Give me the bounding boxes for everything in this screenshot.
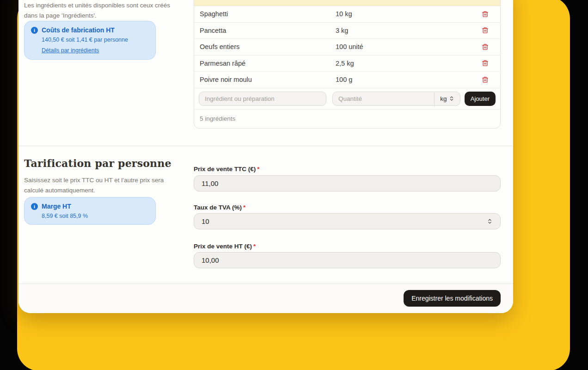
vat-rate-value: 10 <box>202 217 209 225</box>
section-divider <box>18 146 513 146</box>
ingredient-quantity: 10 kg <box>336 10 352 18</box>
fabrication-costs-box: i Coûts de fabrication HT 140,50 € soit … <box>24 21 156 60</box>
table-row: Parmesan râpé 2,5 kg <box>194 56 500 72</box>
page: Les ingrédients et unités disponibles so… <box>0 0 588 370</box>
costs-details-link[interactable]: Détails par ingrédients <box>42 47 99 54</box>
ingredient-name: Poivre noir moulu <box>200 76 252 83</box>
costs-box-title: Coûts de fabrication HT <box>42 26 115 34</box>
vat-rate-label: Taux de TVA (%)* <box>194 204 245 211</box>
delete-ingredient-button[interactable] <box>481 59 489 68</box>
margin-box-title: Marge HT <box>42 203 71 210</box>
quantity-input[interactable] <box>333 92 434 105</box>
required-mark: * <box>257 166 259 173</box>
delete-ingredient-button[interactable] <box>481 26 489 35</box>
price-ht-input[interactable] <box>194 252 501 268</box>
unit-select-value: kg <box>440 95 447 102</box>
ingredients-table: Spaghetti 10 kg Pancetta 3 kg Oeufs enti… <box>194 0 501 129</box>
delete-ingredient-button[interactable] <box>481 43 489 51</box>
trash-icon <box>482 43 489 50</box>
label-text: Prix de vente TTC (€) <box>194 166 256 173</box>
label-text: Prix de vente HT (€) <box>194 243 252 250</box>
margin-box-detail: 8,59 € soit 85,9 % <box>42 213 149 219</box>
ingredient-search-input[interactable] <box>199 92 326 106</box>
ingredient-name: Pancetta <box>200 27 226 34</box>
add-ingredient-button[interactable]: Ajouter <box>465 92 496 106</box>
price-ttc-input[interactable] <box>194 175 501 191</box>
required-mark: * <box>243 204 245 211</box>
unit-select[interactable]: kg <box>434 92 460 105</box>
delete-ingredient-button[interactable] <box>481 75 489 84</box>
table-row: Spaghetti 10 kg <box>194 6 500 23</box>
price-ht-label: Prix de vente HT (€)* <box>194 243 256 250</box>
recipe-form-card: Les ingrédients et unités disponibles so… <box>18 0 513 313</box>
pricing-section-title: Tarification par personne <box>24 157 172 169</box>
add-ingredient-row: kg Ajouter <box>194 88 500 110</box>
price-ttc-label: Prix de vente TTC (€)* <box>194 166 260 173</box>
required-mark: * <box>253 243 256 250</box>
ingredient-quantity: 3 kg <box>336 27 348 34</box>
table-row: Poivre noir moulu 100 g <box>194 72 500 88</box>
highlighted-row-partial <box>194 0 500 6</box>
ingredient-quantity: 100 g <box>336 76 352 83</box>
costs-box-detail: 140,50 € soit 1,41 € par personne <box>42 37 149 43</box>
vat-rate-select[interactable]: 10 <box>194 213 501 229</box>
delete-ingredient-button[interactable] <box>481 10 489 18</box>
ingredient-name: Parmesan râpé <box>200 60 245 67</box>
save-button[interactable]: Enregistrer les modifications <box>404 290 501 307</box>
info-icon: i <box>31 203 38 210</box>
table-row: Pancetta 3 kg <box>194 23 500 39</box>
info-icon: i <box>31 27 38 34</box>
ingredient-name: Spaghetti <box>200 10 228 18</box>
quantity-group: kg <box>332 92 460 106</box>
margin-box: i Marge HT 8,59 € soit 85,9 % <box>24 197 156 225</box>
label-text: Taux de TVA (%) <box>194 204 242 211</box>
pricing-help-text: Saisissez soit le prix TTC ou HT et l'au… <box>24 175 165 195</box>
chevron-up-down-icon <box>449 96 454 101</box>
ingredient-name: Oeufs entiers <box>200 43 239 50</box>
ingredients-count: 5 ingrédients <box>194 110 500 129</box>
trash-icon <box>482 60 489 67</box>
ingredients-help-text: Les ingrédients et unités disponibles so… <box>24 0 173 20</box>
ingredient-quantity: 100 unité <box>336 43 363 50</box>
trash-icon <box>482 11 489 18</box>
ingredient-quantity: 2,5 kg <box>336 60 354 67</box>
table-row: Oeufs entiers 100 unité <box>194 39 500 56</box>
trash-icon <box>482 76 489 83</box>
chevron-up-down-icon <box>487 218 493 224</box>
form-footer: Enregistrer les modifications <box>18 284 513 313</box>
trash-icon <box>482 27 489 34</box>
